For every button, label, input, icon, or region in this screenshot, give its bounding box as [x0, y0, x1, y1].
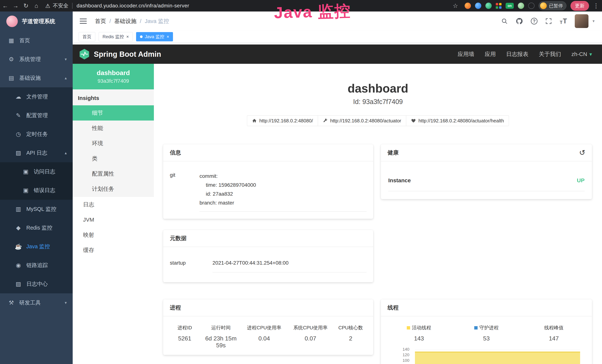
sba-menu-scheduled-tasks[interactable]: 计划任务: [73, 181, 154, 197]
help-icon[interactable]: ?: [531, 18, 538, 24]
github-icon[interactable]: [516, 17, 523, 25]
sidebar-item-system[interactable]: ⚙ 系统管理 ▾: [0, 50, 73, 69]
active-dot: [140, 35, 143, 38]
sidebar-item-log-center[interactable]: ▨ 日志中心: [0, 275, 73, 293]
close-icon[interactable]: ×: [166, 34, 169, 39]
sba-logo-icon: [79, 49, 89, 60]
sba-menu-mappings[interactable]: 映射: [73, 227, 154, 243]
extension-icon-leaf[interactable]: [518, 3, 524, 9]
sidebar-item-infra[interactable]: ▤ 基础设施 ▴: [0, 69, 73, 87]
trace-icon: ◉: [14, 262, 22, 269]
browser-menu-icon[interactable]: ⋮: [593, 2, 599, 9]
screen: ← → ↻ ⌂ ⚠ 不安全 dashboard.yudao.iocoder.cn…: [0, 0, 602, 364]
sidebar-item-home[interactable]: ▦ 首页: [0, 31, 73, 50]
metadata-row-startup: startup 2021-04-27T00:44:31.254+08:00: [170, 260, 366, 272]
user-avatar[interactable]: [575, 14, 589, 28]
warning-icon: ⚠: [45, 3, 50, 9]
app-logo-icon: [6, 16, 18, 27]
sba-nav-journal[interactable]: 日志报表: [506, 50, 528, 58]
breadcrumb-infra[interactable]: 基础设施: [114, 17, 137, 25]
health-card: 健康 ↺ Instance UP: [381, 144, 592, 199]
profile-chip[interactable]: 已暂停: [538, 1, 566, 10]
sidebar-item-config[interactable]: ✎ 配置管理: [0, 106, 73, 125]
instance-header[interactable]: dashboard 93a3fc7f7409: [73, 64, 154, 89]
dashboard-icon: ▦: [7, 37, 15, 44]
avatar-caret-icon[interactable]: ▾: [592, 19, 595, 23]
info-card: 信息 git commit: time: 1596289704000 id: 2…: [163, 144, 373, 219]
sba-nav-links: 应用墙 应用 日志报表 关于我们 zh-CN ▾: [458, 50, 592, 58]
back-icon[interactable]: ←: [0, 2, 10, 9]
info-card-header: 信息: [163, 144, 373, 161]
extension-on-badge-icon[interactable]: on: [505, 3, 514, 9]
extension-grid-icon[interactable]: [496, 3, 502, 9]
doc-icon: ▣: [22, 187, 30, 194]
instance-links: http://192.168.0.2:48080/ http://192.168…: [154, 115, 602, 126]
extension-icon-orange[interactable]: [465, 3, 471, 9]
sba-brand[interactable]: Spring Boot Admin: [79, 49, 161, 60]
breadcrumb-current: Java 监控: [145, 17, 169, 25]
sidebar-item-tracing[interactable]: ◉ 链路追踪: [0, 256, 73, 275]
hamburger-icon[interactable]: [80, 19, 87, 24]
sidebar-item-error-logs[interactable]: ▣ 错误日志: [0, 181, 73, 200]
app-title: 芋道管理系统: [22, 18, 55, 25]
app-logo[interactable]: 芋道管理系统: [0, 11, 73, 31]
info-row-git: git commit: time: 1596289704000 id: 27aa…: [170, 172, 366, 212]
extension-icon-green[interactable]: [485, 3, 492, 9]
update-button[interactable]: 更新: [570, 1, 589, 11]
reload-icon[interactable]: ↻: [21, 2, 31, 9]
sba-menu-performance[interactable]: 性能: [73, 120, 154, 136]
status-badge: UP: [577, 177, 585, 183]
insights-group: Insights 细节 性能 环境 类 配置属性 计划任务: [73, 89, 154, 197]
y-tick-120: 120: [385, 353, 409, 357]
tag-java-monitor[interactable]: Java 监控 ×: [136, 32, 173, 41]
sidebar-item-java-monitor[interactable]: ☕ Java 监控: [0, 237, 73, 256]
home-icon[interactable]: ⌂: [31, 2, 42, 9]
live-threads-area: [415, 352, 580, 364]
instance-name: dashboard: [97, 69, 130, 76]
tag-redis-monitor[interactable]: Redis 监控 ×: [99, 32, 133, 41]
sidebar-item-dev-tools[interactable]: ⚒ 研发工具 ▾: [0, 293, 73, 312]
extension-puzzle-icon[interactable]: [528, 3, 535, 9]
history-icon[interactable]: ↺: [579, 148, 585, 157]
fullscreen-icon[interactable]: [545, 18, 552, 24]
sidebar-item-api-logs[interactable]: ▨ API 日志 ▴: [0, 143, 73, 162]
sba-menu-config-props[interactable]: 配置属性: [73, 166, 154, 181]
sba-nav-applications[interactable]: 应用: [485, 50, 496, 58]
bookmark-star-icon[interactable]: ☆: [450, 2, 461, 9]
sidebar-item-files[interactable]: ☁ 文件管理: [0, 87, 73, 106]
page-title: dashboard: [154, 82, 602, 95]
sidebar-item-access-logs[interactable]: ▣ 访问日志: [0, 162, 73, 181]
sba-nav-about[interactable]: 关于我们: [539, 50, 561, 58]
locale-selector[interactable]: zh-CN ▾: [571, 51, 592, 57]
extension-icon-blue[interactable]: [475, 3, 481, 9]
sba-brand-label: Spring Boot Admin: [94, 50, 161, 58]
security-indicator[interactable]: ⚠ 不安全: [45, 2, 68, 9]
breadcrumb-home[interactable]: 首页: [95, 17, 106, 25]
sidebar-item-redis-monitor[interactable]: ◆ Redis 监控: [0, 218, 73, 237]
font-size-icon[interactable]: TT: [560, 17, 567, 25]
tag-home[interactable]: 首页: [79, 32, 95, 41]
address-bar[interactable]: dashboard.yudao.iocoder.cn/infra/admin-s…: [72, 3, 189, 9]
y-tick-140: 140: [385, 347, 409, 352]
sba-menu-caches[interactable]: 缓存: [73, 243, 154, 258]
sidebar-item-mysql-monitor[interactable]: ▥ MySQL 监控: [0, 200, 73, 218]
profile-avatar: [540, 2, 547, 9]
sba-menu-logs[interactable]: 日志: [73, 197, 154, 212]
health-url-button[interactable]: http://192.168.0.2:48080/actuator/health: [406, 115, 509, 126]
profile-label: 已暂停: [549, 3, 563, 9]
sba-menu-classes[interactable]: 类: [73, 151, 154, 166]
insights-group-label: Insights: [73, 89, 154, 105]
process-card-header: 进程: [163, 299, 373, 316]
sba-menu-details[interactable]: 细节: [73, 105, 154, 120]
instance-url-button[interactable]: http://192.168.0.2:48080/: [247, 115, 318, 126]
close-icon[interactable]: ×: [126, 34, 129, 39]
threads-card-header: 线程: [381, 299, 592, 316]
edit-icon: ✎: [14, 112, 22, 119]
actuator-url-button[interactable]: http://192.168.0.2:48080/actuator: [318, 115, 406, 126]
search-icon[interactable]: [501, 18, 508, 24]
sba-nav-wallboard[interactable]: 应用墙: [458, 50, 474, 58]
sba-menu-jvm[interactable]: JVM: [73, 212, 154, 227]
sba-menu-environment[interactable]: 环境: [73, 136, 154, 151]
sidebar-item-scheduled-jobs[interactable]: ◷ 定时任务: [0, 125, 73, 143]
forward-icon[interactable]: →: [10, 2, 21, 9]
